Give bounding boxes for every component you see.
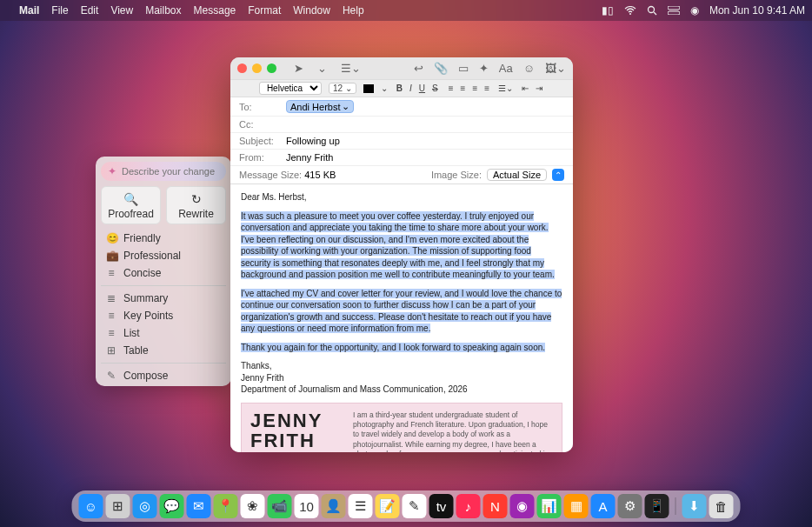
compose-item[interactable]: ✎ Compose (96, 367, 231, 384)
tone-friendly[interactable]: 😊 Friendly (96, 230, 231, 247)
transform-list[interactable]: ≡ List (96, 324, 231, 342)
dock-notes[interactable]: 📝 (376, 494, 400, 518)
format-button[interactable]: Aa (499, 62, 513, 75)
menu-message[interactable]: Message (194, 4, 236, 17)
strike-button[interactable]: S (430, 83, 440, 93)
align-justify[interactable]: ≡ (483, 83, 491, 93)
clock[interactable]: Mon Jun 10 9:41 AM (709, 4, 805, 17)
resume-name-line2: FRITH (250, 430, 337, 450)
recipient-token[interactable]: Andi Herbst⌄ (286, 100, 354, 113)
dock-mail[interactable]: ✉ (187, 494, 211, 518)
dock-freeform[interactable]: ✎ (403, 494, 427, 518)
from-label: From: (239, 152, 286, 163)
dock-calendar[interactable]: 10 (295, 494, 319, 518)
color-menu[interactable]: ⌄ (381, 83, 388, 93)
dock-photos[interactable]: ❀ (241, 494, 265, 518)
align-center[interactable]: ≡ (459, 83, 468, 93)
font-size-select[interactable]: 12 ⌄ (329, 83, 356, 94)
attachment-preview[interactable]: JENNY FRITH I am a third-year student un… (241, 403, 562, 453)
transform-summary[interactable]: ≣ Summary (96, 290, 231, 307)
image-size-menu[interactable]: ⌃ (552, 169, 564, 181)
dock-maps[interactable]: 📍 (214, 494, 238, 518)
proofread-label: Proofread (108, 208, 154, 220)
proofread-button[interactable]: 🔍 Proofread (101, 186, 161, 224)
dock-launchpad[interactable]: ⊞ (106, 494, 130, 518)
emoji-button[interactable]: ☺ (523, 62, 535, 75)
list-style[interactable]: ☰⌄ (498, 83, 513, 93)
keypoints-icon: ≡ (106, 310, 116, 322)
menu-mailbox[interactable]: Mailbox (145, 4, 181, 17)
to-field[interactable]: Andi Herbst⌄ (286, 100, 564, 113)
dock-contacts[interactable]: 👤 (322, 494, 346, 518)
send-button[interactable]: ➤ (294, 62, 303, 75)
dock-news[interactable]: N (483, 494, 508, 518)
tone-label: Friendly (123, 232, 161, 244)
body-greeting: Dear Ms. Herbst, (241, 191, 562, 203)
body-paragraph-2: I've attached my CV and cover letter for… (241, 289, 562, 334)
window-close[interactable] (237, 63, 247, 73)
header-fields-button[interactable]: ☰⌄ (341, 62, 361, 75)
writing-tools-prompt[interactable]: ✦ (101, 162, 226, 181)
photo-browser-button[interactable]: 🖼⌄ (545, 62, 566, 75)
menu-view[interactable]: View (110, 4, 133, 17)
message-body[interactable]: Dear Ms. Herbst, It was such a pleasure … (230, 184, 573, 452)
font-select[interactable]: Helvetica (259, 82, 322, 95)
subject-field[interactable]: Following up (286, 136, 564, 146)
writing-tools-button[interactable]: ✦ (479, 62, 489, 75)
tone-professional[interactable]: 💼 Professional (96, 247, 231, 264)
outdent-button[interactable]: ⇤ (520, 83, 530, 93)
italic-button[interactable]: I (408, 83, 414, 93)
image-size-select[interactable]: Actual Size (487, 169, 547, 181)
transform-keypoints[interactable]: ≡ Key Points (96, 307, 231, 324)
text-color[interactable] (363, 84, 374, 93)
dock-keynote[interactable]: ▦ (564, 494, 589, 518)
transform-table[interactable]: ⊞ Table (96, 342, 231, 359)
window-minimize[interactable] (252, 63, 262, 73)
underline-button[interactable]: U (417, 83, 427, 93)
send-menu[interactable]: ⌄ (317, 62, 327, 75)
control-center-icon[interactable] (668, 6, 680, 15)
dock-trash[interactable]: 🗑 (709, 494, 734, 518)
app-menu[interactable]: Mail (19, 4, 39, 17)
dock-safari[interactable]: ◎ (133, 494, 157, 518)
body-paragraph-3: Thank you again for the opportunity, and… (241, 343, 545, 352)
transform-label: Key Points (123, 310, 173, 322)
menu-help[interactable]: Help (343, 4, 364, 17)
dock-appstore[interactable]: A (591, 494, 616, 518)
from-field[interactable]: Jenny Frith (286, 152, 564, 163)
dock-settings[interactable]: ⚙ (618, 494, 642, 518)
dock-music[interactable]: ♪ (456, 494, 481, 518)
menu-format[interactable]: Format (248, 4, 281, 17)
align-left[interactable]: ≡ (447, 83, 456, 93)
dock-numbers[interactable]: 📊 (537, 494, 562, 518)
dock-reminders[interactable]: ☰ (349, 494, 373, 518)
bold-button[interactable]: B (395, 83, 404, 93)
battery-icon[interactable]: ▮▯ (602, 4, 614, 17)
menu-edit[interactable]: Edit (81, 4, 99, 17)
dock-messages[interactable]: 💬 (160, 494, 184, 518)
dock-downloads[interactable]: ⬇ (682, 494, 707, 518)
tone-concise[interactable]: ≡ Concise (96, 264, 231, 282)
dock-tv[interactable]: tv (429, 494, 454, 518)
dock-podcasts[interactable]: ◉ (510, 494, 535, 518)
reply-button[interactable]: ↩ (414, 62, 423, 75)
siri-icon[interactable]: ◉ (690, 4, 699, 17)
window-titlebar[interactable]: ➤ ⌄ ☰⌄ ↩ 📎 ▭ ✦ Aa ☺ 🖼⌄ (230, 57, 573, 79)
briefcase-icon: 💼 (106, 250, 116, 262)
dock-facetime[interactable]: 📹 (268, 494, 292, 518)
attach-button[interactable]: 📎 (434, 62, 448, 75)
include-attachment-button[interactable]: ▭ (458, 62, 469, 75)
dock-iphone[interactable]: 📱 (645, 494, 669, 518)
search-icon[interactable] (647, 5, 657, 16)
menu-window[interactable]: Window (293, 4, 330, 17)
window-maximize[interactable] (267, 63, 276, 73)
align-right[interactable]: ≡ (470, 83, 479, 93)
list-icon: ≡ (106, 327, 116, 339)
menu-file[interactable]: File (51, 4, 68, 17)
rewrite-button[interactable]: ↻ Rewrite (166, 186, 226, 224)
writing-tools-input[interactable] (122, 166, 231, 177)
indent-button[interactable]: ⇥ (534, 83, 544, 93)
table-icon: ⊞ (106, 344, 116, 357)
wifi-icon[interactable] (624, 6, 636, 15)
dock-finder[interactable]: ☺ (79, 494, 103, 518)
